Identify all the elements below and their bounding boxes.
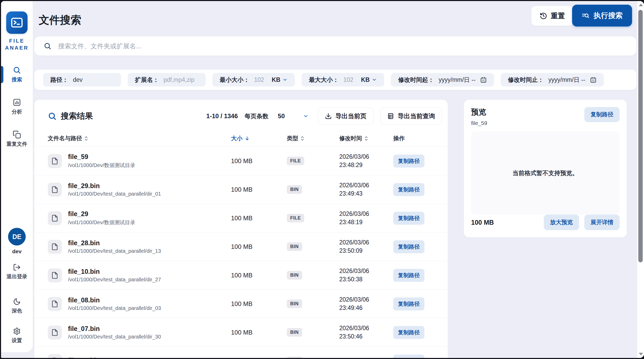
path-label: 路径： [50,76,68,84]
path-filter[interactable]: 路径： dev [43,73,121,87]
sidebar-item-label: 搜索 [12,76,22,83]
column-header-name[interactable]: 文件名与路径 [48,135,231,142]
column-header-mtime[interactable]: 修改时间 [339,135,393,142]
sort-icon [84,136,88,141]
export-query-button[interactable]: 导出当前查询 [380,108,442,125]
copy-path-button[interactable]: 复制路径 [393,269,424,282]
expand-details-button[interactable]: 展开详情 [584,215,620,230]
export-page-button[interactable]: 导出当前页 [318,108,374,125]
min-size-input[interactable]: 102 [254,76,267,83]
run-search-button[interactable]: 执行搜索 [572,5,632,26]
column-header-type[interactable]: 类型 [287,135,339,142]
sort-icon [300,136,304,141]
column-header-size[interactable]: 大小 [231,135,287,142]
file-name: file_07.bin [68,325,161,333]
type-badge: BIN [287,242,302,251]
preview-file-size: 100 MB [471,219,494,226]
sidebar-item-search[interactable]: 搜索 [1,66,33,83]
per-page-label: 每页条数 [245,112,268,120]
path-input[interactable]: dev [73,76,83,83]
history-icon [540,12,547,20]
max-size-filter[interactable]: 最大大小： 102 KB [302,73,384,87]
extension-label: 扩展名： [135,76,159,84]
bar-chart-icon [13,98,21,107]
file-name: file_07.bin [68,357,100,358]
copy-path-button[interactable]: 复制路径 [393,355,424,358]
sidebar-item-label: 重复文件 [6,141,27,148]
table-row[interactable]: file_10.bin /vol1/1000/Dev/test_data_par… [34,261,448,289]
max-size-unit-select[interactable]: KB [361,76,377,83]
file-icon [48,354,62,358]
calendar-icon[interactable] [480,77,487,83]
type-badge: BIN [287,185,302,194]
extension-input[interactable]: pdf,mp4,zip [164,76,194,83]
settings-button[interactable]: 设置 [1,327,33,344]
preview-unsupported-message: 当前格式暂不支持预览。 [513,169,578,177]
copy-path-button[interactable]: 复制路径 [393,326,424,339]
search-icon [13,66,21,74]
scroll-down-arrow[interactable] [639,353,643,355]
sidebar-item-analytics[interactable]: 分析 [1,98,33,115]
copy-path-button[interactable]: 复制路径 [393,212,424,225]
file-name: file_59 [68,153,135,161]
table-row[interactable]: file_28.bin /vol1/1000/Dev/test_data_par… [34,232,448,261]
logout-icon [13,263,21,271]
preview-copy-path-button[interactable]: 复制路径 [584,107,620,122]
max-size-input[interactable]: 102 [343,76,356,83]
min-size-unit: KB [272,76,280,83]
search-bar[interactable]: 搜索文件、文件夹或扩展名... [34,36,636,56]
date-to-input[interactable]: yyyy/mm/日 -- [548,76,585,84]
min-size-label: 最小大小： [220,76,249,84]
min-size-filter[interactable]: 最小大小： 102 KB [212,73,295,87]
copy-path-button[interactable]: 复制路径 [393,183,424,196]
file-icon [48,211,62,225]
avatar[interactable]: DE [8,228,26,245]
scroll-up-arrow[interactable] [639,4,643,6]
min-size-unit-select[interactable]: KB [272,76,288,83]
file-path: /vol1/1000/Dev/test_data_parallel/dir_03 [68,305,161,311]
modified-time: 2026/03/06 23:49:46 [339,296,393,312]
table-row[interactable]: file_29 /vol1/1000/Dev/数据测试目录 100 MB FIL… [34,204,448,232]
calendar-icon[interactable] [590,77,596,83]
table-row[interactable]: file_59 /vol1/1000/Dev/数据测试目录 100 MB FIL… [34,147,448,175]
theme-toggle[interactable]: 深色 [1,298,33,314]
search-list-icon [581,12,589,20]
date-from-filter[interactable]: 修改时间起： yyyy/mm/日 -- [391,73,494,87]
chevron-down-icon [282,77,288,82]
scrollbar-thumb[interactable] [638,10,643,262]
sort-icon [364,136,368,141]
date-from-label: 修改时间起： [398,76,434,84]
per-page-select[interactable]: 50 [275,110,311,122]
date-from-input[interactable]: yyyy/mm/日 -- [439,76,476,84]
per-page-value: 50 [278,112,285,120]
type-badge: BIN [287,271,302,280]
chevron-down-icon [372,77,377,82]
preview-panel: 预览 file_59 复制路径 当前格式暂不支持预览。 100 MB 放大预览 … [464,100,627,237]
sidebar-item-duplicates[interactable]: 重复文件 [1,130,33,148]
vertical-scrollbar[interactable] [637,1,644,358]
results-title: 搜索结果 [48,111,93,122]
extension-filter[interactable]: 扩展名： pdf,mp4,zip [128,73,206,87]
duplicate-files-icon [13,130,21,139]
file-size: 100 MB [231,215,287,222]
zoom-preview-button[interactable]: 放大预览 [544,215,579,230]
copy-path-button[interactable]: 复制路径 [393,240,424,253]
date-to-label: 修改时间止： [508,76,544,84]
terminal-icon [10,16,23,29]
table-row[interactable]: file_07.bin /vol1/1000/Dev/test_data_par… [34,318,448,347]
file-path: /vol1/1000/Dev/test_data_parallel/dir_01 [68,191,161,197]
type-badge: BIN [287,328,302,337]
date-to-filter[interactable]: 修改时间止： yyyy/mm/日 -- [501,73,604,87]
results-table: file_59 /vol1/1000/Dev/数据测试目录 100 MB FIL… [34,147,448,358]
copy-path-button[interactable]: 复制路径 [393,155,424,168]
search-input[interactable]: 搜索文件、文件夹或扩展名... [58,42,141,50]
table-row[interactable]: file_07.bin 100 MB BIN 2026/03/06 复制路径 [34,347,448,358]
app-logo[interactable] [6,11,28,34]
type-badge: BIN [287,300,302,308]
table-row[interactable]: file_08.bin /vol1/1000/Dev/test_data_par… [34,289,448,318]
copy-path-button[interactable]: 复制路径 [393,297,424,310]
reset-button[interactable]: 重置 [531,6,573,26]
logout-button[interactable]: 退出登录 [1,263,33,280]
max-size-label: 最大大小： [309,76,339,84]
table-row[interactable]: file_29.bin /vol1/1000/Dev/test_data_par… [34,175,448,204]
